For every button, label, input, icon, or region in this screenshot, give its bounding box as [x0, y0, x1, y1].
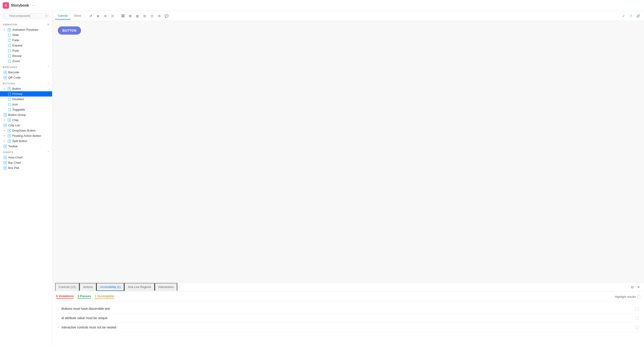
- zoom-in-icon[interactable]: ⊕: [95, 13, 101, 19]
- tree-item-qr-code[interactable]: ⊞ QR Code: [0, 75, 52, 80]
- tree-item-toolbar[interactable]: ⊞ Toolbar: [0, 144, 52, 149]
- component-icon: ⊞: [8, 87, 11, 90]
- tab-docs[interactable]: Docs: [72, 12, 84, 20]
- component-icon: ⊞: [4, 145, 7, 148]
- highlight-checkbox[interactable]: [637, 295, 640, 298]
- layout-icon[interactable]: ⊟: [142, 13, 148, 19]
- item-label: Fade: [12, 38, 19, 42]
- expand-icon: ▾: [4, 140, 6, 142]
- bottom-panel: Controls (12) Actions Accessibility (1) …: [52, 282, 644, 346]
- section-barcodes: BARCODES ⌃ ⊞ Barcode ⊞ QR Code: [0, 64, 52, 80]
- tree-item-button-group[interactable]: ⊞ Button Group: [0, 112, 52, 118]
- toolbar-divider: [86, 14, 86, 18]
- story-icon: [8, 98, 11, 100]
- component-icon: ⊞: [4, 113, 7, 116]
- tree-item-fade[interactable]: Fade: [0, 38, 52, 43]
- tree-item-split-button[interactable]: ▾ ⊞ Split Button: [0, 138, 52, 144]
- tree-item-zoom[interactable]: Zoom: [0, 58, 52, 64]
- tree-item-reveal[interactable]: Reveal: [0, 53, 52, 58]
- grid-icon[interactable]: ⊞: [127, 13, 133, 19]
- expand-icon: ▾: [4, 88, 6, 90]
- tab-actions[interactable]: Actions: [80, 283, 96, 291]
- search-shortcut: /: [45, 14, 48, 18]
- row-chevron-icon: ›: [58, 326, 59, 329]
- expand-icon[interactable]: ⤢: [620, 13, 627, 19]
- zoom-reset-icon[interactable]: ⊙: [110, 13, 116, 19]
- row-checkbox[interactable]: [635, 326, 638, 329]
- toolbar-right: ⤢ ⤴ 🔗: [620, 13, 641, 19]
- a11y-panel: 0 Violations 3 Passes 1 Incomplete Highl…: [52, 292, 644, 346]
- story-icon: [8, 39, 11, 42]
- image-icon[interactable]: 🖼: [120, 13, 126, 19]
- comment-icon[interactable]: 💬: [164, 13, 170, 19]
- link-icon[interactable]: 🔗: [635, 13, 641, 19]
- tree-item-button-group-parent[interactable]: ▾ ⊞ Button: [0, 86, 52, 91]
- topbar: S Storybook ···: [0, 0, 644, 11]
- row-chevron-icon: ›: [58, 307, 59, 310]
- section-header-animation[interactable]: ANIMATION ✕: [0, 21, 52, 27]
- item-label: Animation Previews: [12, 28, 38, 32]
- item-label: Box Plot: [8, 166, 19, 170]
- component-icon: ⊞: [4, 71, 7, 74]
- section-title-barcodes: BARCODES: [3, 66, 17, 68]
- component-icon: ⊞: [4, 161, 7, 164]
- accessibility-icon[interactable]: ⊘: [156, 13, 162, 19]
- tree-item-expand[interactable]: Expand: [0, 43, 52, 48]
- incomplete-stat[interactable]: 1 Incomplete: [95, 294, 114, 299]
- section-animation: ANIMATION ✕ ▾ ⊞ Animation Previews Slide…: [0, 21, 52, 64]
- section-header-charts[interactable]: CHARTS ⌃: [0, 149, 52, 155]
- tree-item-box-plot[interactable]: ⊞ Box Plot: [0, 165, 52, 170]
- sidebar: 🔍 / ANIMATION ✕ ▾ ⊞ Animation Previews S…: [0, 11, 52, 346]
- tree-item-dropdown-button[interactable]: ▾ ⊞ DropDown Button: [0, 128, 52, 133]
- tree-item-animation-previews[interactable]: ▾ ⊞ Animation Previews: [0, 27, 52, 32]
- story-icon: [8, 44, 11, 47]
- panel-close-icon[interactable]: ✕: [636, 284, 641, 290]
- a11y-row-1[interactable]: › Buttons must have discernible text: [56, 304, 640, 314]
- row-checkbox[interactable]: [635, 316, 638, 320]
- tab-accessibility[interactable]: Accessibility (1): [96, 283, 124, 291]
- a11y-row-3[interactable]: › Interactive controls must not be neste…: [56, 323, 640, 332]
- a11y-row-2[interactable]: › id attribute value must be unique: [56, 314, 640, 323]
- tab-aria-live[interactable]: Aria Live Regions: [124, 283, 155, 291]
- component-icon: ⊞: [4, 76, 7, 79]
- tree-item-chip[interactable]: ▾ ⊞ Chip: [0, 118, 52, 123]
- story-icon: [8, 93, 11, 96]
- passes-stat[interactable]: 3 Passes: [77, 294, 91, 299]
- search-input[interactable]: [3, 13, 50, 19]
- zoom-out-icon[interactable]: ⊖: [102, 13, 108, 19]
- menu-button[interactable]: ···: [31, 2, 37, 9]
- frame-icon[interactable]: ⊡: [149, 13, 155, 19]
- tab-controls[interactable]: Controls (12): [55, 283, 80, 291]
- tree-item-barcode[interactable]: ⊞ Barcode: [0, 70, 52, 75]
- item-label: Barcode: [8, 70, 19, 74]
- section-header-buttons[interactable]: BUTTONS ⌃: [0, 80, 52, 86]
- tree-item-icon[interactable]: Icon: [0, 102, 52, 107]
- table-icon[interactable]: ▤: [134, 13, 141, 19]
- section-title-animation: ANIMATION: [3, 24, 17, 26]
- item-label: Primary: [12, 92, 22, 96]
- item-label: Bar Chart: [8, 161, 21, 164]
- external-icon[interactable]: ⤴: [628, 13, 634, 19]
- tree-item-floating-action-button[interactable]: ▾ ⊞ Floating Action Button: [0, 133, 52, 138]
- tree-item-disabled[interactable]: Disabled: [0, 96, 52, 102]
- item-label: Split Button: [12, 139, 28, 143]
- violations-stat[interactable]: 0 Violations: [56, 294, 74, 299]
- tree-item-push[interactable]: Push: [0, 48, 52, 53]
- storybook-logo-icon: S: [3, 2, 9, 9]
- tree-item-primary[interactable]: Primary: [0, 91, 52, 96]
- item-label: Area Chart: [8, 156, 22, 159]
- component-icon: ⊞: [4, 156, 7, 159]
- search-wrap: 🔍 /: [3, 13, 50, 19]
- row-checkbox[interactable]: [635, 307, 638, 310]
- tree-item-area-chart[interactable]: ⊞ Area Chart: [0, 155, 52, 160]
- tab-canvas[interactable]: Canvas: [55, 12, 70, 20]
- section-toggle-animation: ✕: [47, 23, 50, 26]
- tree-item-bar-chart[interactable]: ⊞ Bar Chart: [0, 160, 52, 165]
- tree-item-togglable[interactable]: Togglable: [0, 107, 52, 112]
- section-header-barcodes[interactable]: BARCODES ⌃: [0, 64, 52, 70]
- tab-interactions[interactable]: Interactions: [155, 283, 177, 291]
- tree-item-chip-list[interactable]: ⊞ Chip List: [0, 123, 52, 128]
- tree-item-slide[interactable]: Slide: [0, 32, 52, 38]
- panel-layout-icon[interactable]: ⊟: [630, 284, 635, 290]
- refresh-icon[interactable]: ↺: [88, 13, 94, 19]
